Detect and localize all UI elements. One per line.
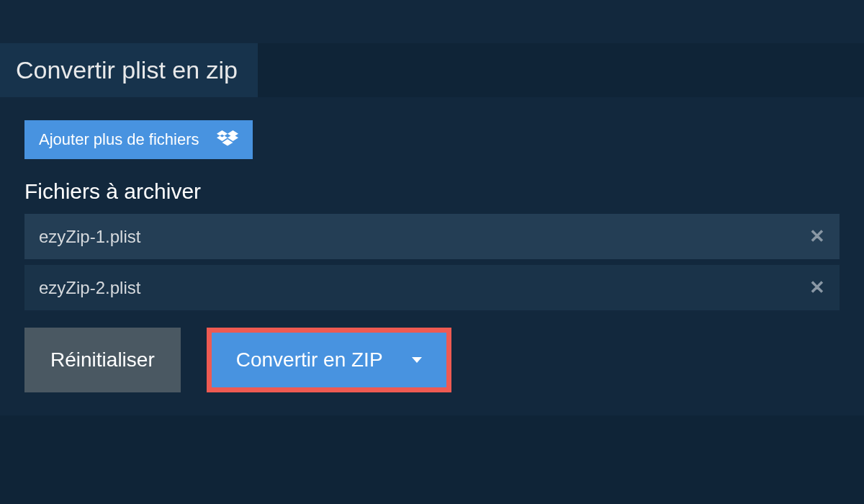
file-item: ezyZip-2.plist ✕ — [24, 265, 840, 310]
bottom-bar — [0, 424, 864, 438]
dropbox-icon — [217, 130, 238, 149]
top-bar — [0, 0, 864, 43]
reset-button[interactable]: Réinitialiser — [24, 328, 181, 392]
convert-button[interactable]: Convertir en ZIP — [212, 333, 446, 387]
chevron-down-icon — [412, 357, 422, 363]
main-content: Ajouter plus de fichiers Fichiers à arch… — [0, 97, 864, 415]
convert-button-highlight: Convertir en ZIP — [207, 328, 451, 392]
tab-container: Convertir plist en zip — [0, 43, 864, 97]
file-list: ezyZip-1.plist ✕ ezyZip-2.plist ✕ — [24, 214, 840, 310]
tab-label: Convertir plist en zip — [16, 56, 238, 84]
remove-file-icon[interactable]: ✕ — [809, 225, 825, 248]
convert-label: Convertir en ZIP — [236, 348, 383, 372]
file-item: ezyZip-1.plist ✕ — [24, 214, 840, 259]
add-files-button[interactable]: Ajouter plus de fichiers — [24, 120, 253, 159]
section-header: Fichiers à archiver — [24, 179, 840, 204]
file-name: ezyZip-2.plist — [39, 278, 140, 298]
file-name: ezyZip-1.plist — [39, 227, 140, 247]
add-files-label: Ajouter plus de fichiers — [39, 130, 199, 149]
tab-convert[interactable]: Convertir plist en zip — [0, 43, 258, 97]
reset-label: Réinitialiser — [50, 348, 155, 371]
actions-row: Réinitialiser Convertir en ZIP — [24, 328, 840, 392]
remove-file-icon[interactable]: ✕ — [809, 276, 825, 299]
